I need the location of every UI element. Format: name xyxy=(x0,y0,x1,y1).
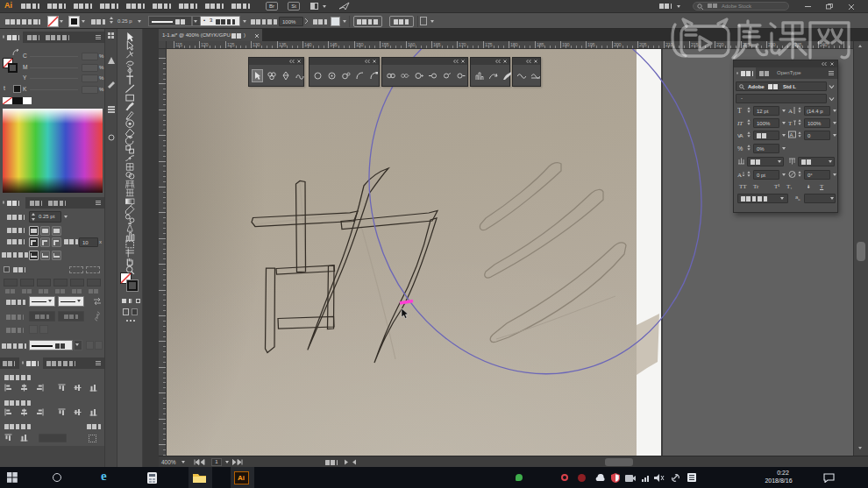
svg-text:%: % xyxy=(737,145,743,152)
svg-text:T: T xyxy=(737,107,742,115)
svg-text:T: T xyxy=(788,120,793,127)
svg-text:A: A xyxy=(790,132,793,138)
svg-text:A: A xyxy=(737,172,742,179)
svg-text:VA: VA xyxy=(737,133,743,138)
svg-text:IT: IT xyxy=(737,120,743,127)
svg-text:A: A xyxy=(788,108,793,115)
